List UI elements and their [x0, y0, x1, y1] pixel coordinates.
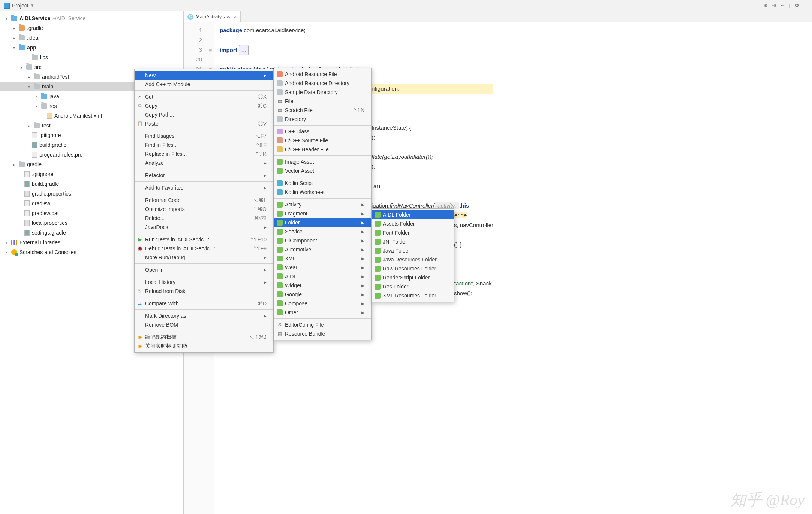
- menu-cpp-class[interactable]: C++ Class: [274, 127, 371, 136]
- menu-optimize-imports[interactable]: Optimize Imports⌃⌘O: [135, 205, 273, 214]
- menu-compose[interactable]: Compose▶: [274, 299, 371, 308]
- tree-item[interactable]: .gradle: [0, 23, 183, 33]
- menu-mark-directory[interactable]: Mark Directory as▶: [135, 311, 273, 320]
- expand-arrow-icon[interactable]: [34, 104, 39, 108]
- new-submenu[interactable]: Android Resource File Android Resource D…: [274, 68, 372, 340]
- menu-wear[interactable]: Wear▶: [274, 263, 371, 272]
- expand-arrow-icon[interactable]: [26, 85, 31, 89]
- expand-icon[interactable]: ⇥: [772, 3, 776, 8]
- expand-arrow-icon[interactable]: [11, 46, 16, 50]
- fold-indicator[interactable]: ...: [239, 45, 249, 55]
- menu-activity[interactable]: Activity▶: [274, 200, 371, 209]
- menu-open-in[interactable]: Open In▶: [135, 265, 273, 274]
- menu-uicomponent[interactable]: UiComponent▶: [274, 236, 371, 245]
- menu-kotlin-script[interactable]: Kotlin Script: [274, 179, 371, 188]
- menu-sample-data-dir[interactable]: Sample Data Directory: [274, 88, 371, 97]
- tab-main-activity[interactable]: C MainActivity.java ×: [184, 11, 241, 22]
- folder-submenu[interactable]: AIDL Folder Assets Folder Font Folder JN…: [372, 208, 454, 302]
- expand-arrow-icon[interactable]: [11, 163, 16, 167]
- tree-label: local.properties: [32, 220, 67, 226]
- menu-assets-folder[interactable]: Assets Folder: [372, 219, 454, 228]
- menu-android-resource-file[interactable]: Android Resource File: [274, 70, 371, 79]
- menu-automotive[interactable]: Automotive▶: [274, 245, 371, 254]
- menu-java-folder[interactable]: Java Folder: [372, 246, 454, 255]
- expand-arrow-icon[interactable]: [26, 124, 31, 128]
- context-menu[interactable]: New▶ Add C++ to Module ✂Cut⌘X ⧉Copy⌘C Co…: [134, 69, 274, 353]
- menu-cpp-source[interactable]: C/C++ Source File: [274, 136, 371, 145]
- menu-google[interactable]: Google▶: [274, 290, 371, 299]
- tree-label: gradlew: [32, 200, 50, 206]
- menu-other[interactable]: Other▶: [274, 308, 371, 317]
- menu-renderscript-folder[interactable]: RenderScript Folder: [372, 273, 454, 282]
- menu-cpp-header[interactable]: C/C++ Header File: [274, 145, 371, 154]
- menu-new[interactable]: New▶: [135, 71, 273, 80]
- expand-arrow-icon[interactable]: [4, 16, 9, 21]
- menu-font-folder[interactable]: Font Folder: [372, 228, 454, 237]
- menu-reload[interactable]: ↻Reload from Disk: [135, 287, 273, 296]
- menu-add-cpp[interactable]: Add C++ to Module: [135, 80, 273, 89]
- expand-arrow-icon[interactable]: [19, 65, 24, 69]
- menu-find-in-files[interactable]: Find in Files...^⇧F: [135, 140, 273, 149]
- tree-item[interactable]: libs: [0, 52, 183, 62]
- collapse-icon[interactable]: ⇤: [781, 3, 785, 8]
- settings-icon[interactable]: ✿: [795, 3, 799, 8]
- expand-arrow-icon[interactable]: [4, 250, 9, 254]
- menu-android-resource-dir[interactable]: Android Resource Directory: [274, 79, 371, 88]
- menu-javadocs[interactable]: JavaDocs▶: [135, 223, 273, 232]
- menu-java-resources-folder[interactable]: Java Resources Folder: [372, 255, 454, 264]
- expand-arrow-icon[interactable]: [11, 36, 16, 40]
- android-icon: [375, 230, 381, 236]
- menu-aidl-folder[interactable]: AIDL Folder: [372, 210, 454, 219]
- expand-arrow-icon[interactable]: [11, 26, 16, 30]
- menu-close-realtime[interactable]: ◉关闭实时检测功能: [135, 342, 273, 351]
- menu-xml-resources-folder[interactable]: XML Resources Folder: [372, 291, 454, 300]
- menu-analyze[interactable]: Analyze▶: [135, 158, 273, 167]
- menu-jni-folder[interactable]: JNI Folder: [372, 237, 454, 246]
- menu-aidl[interactable]: AIDL▶: [274, 272, 371, 281]
- menu-replace-in-files[interactable]: Replace in Files...^⇧R: [135, 149, 273, 158]
- menu-kotlin-worksheet[interactable]: Kotlin Worksheet: [274, 188, 371, 197]
- target-icon[interactable]: ⊕: [763, 3, 767, 8]
- hide-icon[interactable]: —: [803, 3, 808, 8]
- menu-run[interactable]: ▶Run 'Tests in 'AIDLServic...'^⇧F10: [135, 235, 273, 244]
- menu-resource-bundle[interactable]: ▤Resource Bundle: [274, 329, 371, 338]
- menu-copy[interactable]: ⧉Copy⌘C: [135, 101, 273, 110]
- expand-arrow-icon[interactable]: [4, 241, 9, 245]
- expand-arrow-icon[interactable]: [26, 75, 31, 79]
- menu-vector-asset[interactable]: Vector Asset: [274, 166, 371, 175]
- menu-label: XML Resources Folder: [383, 293, 436, 299]
- menu-folder[interactable]: Folder▶: [274, 218, 371, 227]
- menu-find-usages[interactable]: Find Usages⌥F7: [135, 131, 273, 140]
- menu-scratch-file[interactable]: ▤Scratch File^⇧N: [274, 106, 371, 115]
- menu-more-run[interactable]: More Run/Debug▶: [135, 253, 273, 262]
- menu-paste[interactable]: 📋Paste⌘V: [135, 119, 273, 128]
- menu-widget[interactable]: Widget▶: [274, 281, 371, 290]
- menu-debug[interactable]: 🐞Debug 'Tests in 'AIDLServic...'^⇧F9: [135, 244, 273, 253]
- menu-compare[interactable]: ⇄Compare With...⌘D: [135, 299, 273, 308]
- menu-file[interactable]: ▤File: [274, 97, 371, 106]
- tree-item[interactable]: .idea: [0, 33, 183, 43]
- menu-reformat[interactable]: Reformat Code⌥⌘L: [135, 196, 273, 205]
- tree-root[interactable]: AIDLService ~/AIDLService: [0, 13, 183, 23]
- menu-remove-bom[interactable]: Remove BOM: [135, 320, 273, 329]
- menu-add-favorites[interactable]: Add to Favorites▶: [135, 183, 273, 192]
- menu-image-asset[interactable]: Image Asset: [274, 157, 371, 166]
- menu-delete[interactable]: Delete...⌘⌫: [135, 214, 273, 223]
- menu-directory[interactable]: Directory: [274, 115, 371, 124]
- menu-editorconfig[interactable]: ⚙EditorConfig File: [274, 320, 371, 329]
- menu-local-history[interactable]: Local History▶: [135, 278, 273, 287]
- menu-copy-path[interactable]: Copy Path...: [135, 110, 273, 119]
- menu-cut[interactable]: ✂Cut⌘X: [135, 92, 273, 101]
- menu-service[interactable]: Service▶: [274, 227, 371, 236]
- expand-arrow-icon[interactable]: [34, 94, 39, 99]
- project-selector[interactable]: Project ▼: [0, 3, 38, 9]
- menu-xml[interactable]: XML▶: [274, 254, 371, 263]
- menu-fragment[interactable]: Fragment▶: [274, 209, 371, 218]
- menu-raw-resources-folder[interactable]: Raw Resources Folder: [372, 264, 454, 273]
- tree-item[interactable]: app: [0, 43, 183, 52]
- menu-refactor[interactable]: Refactor▶: [135, 171, 273, 180]
- menu-res-folder[interactable]: Res Folder: [372, 282, 454, 291]
- menu-encoding-scan[interactable]: ◉编码规约扫描⌥⇧⌘J: [135, 333, 273, 342]
- close-icon[interactable]: ×: [234, 14, 237, 19]
- fold-plus-icon[interactable]: ⊞: [206, 45, 214, 55]
